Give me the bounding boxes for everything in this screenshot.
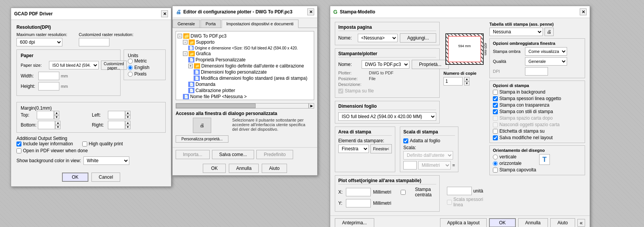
- tree-domanda[interactable]: 📄 Domanda: [188, 81, 312, 87]
- dlg1-ok-button[interactable]: OK: [62, 173, 88, 182]
- tree-supporto[interactable]: - 📁 Supporto: [183, 39, 312, 45]
- english-radio[interactable]: [128, 65, 133, 70]
- etichetta-stampa-label[interactable]: Etichetta di stampa su: [493, 128, 582, 134]
- bottom-input[interactable]: 0: [38, 121, 55, 129]
- include-layer-checkbox[interactable]: [16, 141, 21, 146]
- tree-origine[interactable]: 📄 Origine e dimensione <Size: ISO full b…: [188, 45, 312, 51]
- right-spin-down[interactable]: ▼: [125, 125, 130, 129]
- verticale-radio-label[interactable]: verticale: [493, 154, 536, 160]
- paper-size-select[interactable]: ISO full bleed A2 (594.00 x 420...: [49, 61, 99, 69]
- stampa-ombra-select[interactable]: Come visualizzata: [525, 47, 567, 56]
- plotter-tree[interactable]: - 📁 DWG To PDF.pc3 - 📁 Supporto 📄 Origin…: [176, 31, 314, 100]
- orizzontale-radio-label[interactable]: orizzontale: [493, 161, 536, 166]
- tree-dim-foglio[interactable]: + 📁 Dimensioni foglio definite dall'uten…: [188, 63, 312, 69]
- top-spin-up[interactable]: ▲: [54, 111, 59, 115]
- dlg3-ok-button[interactable]: OK: [489, 218, 515, 227]
- t-orientation-icon[interactable]: T: [539, 154, 550, 165]
- verticale-radio[interactable]: [493, 155, 498, 160]
- millimetri-select[interactable]: Millimetri: [418, 161, 451, 169]
- metric-radio[interactable]: [128, 59, 133, 64]
- tree-expand-supporto[interactable]: -: [183, 40, 187, 44]
- y-input[interactable]: -13.65: [346, 199, 371, 207]
- stampa-su-file-checkbox[interactable]: [338, 89, 343, 94]
- stampa-spazio-carta-label[interactable]: Stampa spazio carta dopo: [493, 115, 582, 121]
- custom-raster-input[interactable]: 600: [79, 38, 109, 46]
- importa-button[interactable]: Importa...: [176, 150, 210, 159]
- scala-num-input[interactable]: 1: [403, 161, 417, 169]
- dlg2-ok-button[interactable]: OK: [203, 164, 226, 173]
- stampa-stili-checkbox[interactable]: [493, 109, 498, 114]
- aggiungi-button[interactable]: Aggiungi...: [400, 33, 436, 43]
- etichetta-checkbox[interactable]: [493, 129, 498, 134]
- height-input[interactable]: 420: [38, 82, 59, 90]
- stampa-stili-label[interactable]: Stampa con stili di stampa: [493, 109, 582, 114]
- predefinito-button[interactable]: Predefinito: [256, 150, 293, 159]
- width-input[interactable]: 594: [38, 72, 59, 80]
- tree-calibrazione[interactable]: 📄 Calibrazione plotter: [188, 87, 312, 94]
- capovolta-radio-label[interactable]: Stampa capovolta: [493, 167, 536, 173]
- copie-spin-up[interactable]: ▲: [464, 77, 470, 81]
- tab-porta[interactable]: Porta: [201, 20, 220, 28]
- tree-expand-dim[interactable]: +: [188, 64, 193, 68]
- salva-modifiche-label[interactable]: Salva modifiche nel layout: [493, 135, 582, 140]
- dlg2-aiuto-button[interactable]: Aiuto: [262, 164, 287, 173]
- dlg3-annulla-button[interactable]: Annulla: [518, 218, 548, 227]
- tree-grafica[interactable]: - 📁 Grafica: [183, 51, 312, 57]
- tree-nome-pmp[interactable]: 📄 Nome file PMP <Nessuna >: [183, 94, 312, 100]
- top-input[interactable]: 0: [37, 111, 54, 119]
- stampa-trasparenza-label[interactable]: Stampa con trasparenza: [493, 102, 582, 108]
- tree-prop-pers[interactable]: 📄 Proprietà Personalizzate: [188, 57, 312, 63]
- tree-expand-grafica[interactable]: -: [183, 51, 187, 56]
- tab-generale[interactable]: Generale: [173, 20, 200, 28]
- customized-paper-button[interactable]: Customized paper...: [101, 61, 127, 70]
- dlg3-aiuto-button[interactable]: Aiuto: [550, 218, 575, 227]
- dlg3-close-button[interactable]: ✕: [580, 8, 587, 15]
- personalizza-button[interactable]: Personalizza proprietà...: [176, 135, 228, 143]
- applica-layout-button[interactable]: Applica a layout: [440, 218, 487, 227]
- metric-radio-label[interactable]: Metric: [128, 58, 161, 64]
- right-spin-up[interactable]: ▲: [125, 121, 130, 125]
- elementi-select[interactable]: Finestra: [338, 145, 369, 153]
- left-spin-up[interactable]: ▲: [125, 111, 130, 115]
- bg-color-select[interactable]: White: [83, 156, 129, 165]
- stampa-trasparenza-checkbox[interactable]: [493, 103, 498, 108]
- dlg1-close-button[interactable]: ✕: [161, 10, 168, 17]
- right-input[interactable]: 0: [108, 121, 125, 129]
- num-copie-input[interactable]: [443, 77, 463, 86]
- top-spin-down[interactable]: ▼: [54, 115, 59, 119]
- stampa-background-checkbox[interactable]: [493, 90, 498, 95]
- scala-definito-select[interactable]: Definito dall'utente: [403, 151, 453, 160]
- dlg1-cancel-button[interactable]: Cancel: [91, 173, 120, 182]
- anteprima-button[interactable]: Anteprima...: [335, 218, 374, 227]
- capovolta-checkbox[interactable]: [493, 168, 498, 173]
- left-spin-down[interactable]: ▼: [125, 115, 130, 119]
- stampa-spazio-checkbox[interactable]: [493, 116, 498, 121]
- scroll-right-btn[interactable]: ▶: [309, 103, 314, 109]
- bottom-spin-up[interactable]: ▲: [55, 121, 60, 125]
- dlg2-annulla-button[interactable]: Annulla: [229, 164, 259, 173]
- dpi-input[interactable]: 300: [525, 67, 548, 76]
- orizzontale-radio[interactable]: [493, 161, 498, 166]
- stampa-spessori-checkbox[interactable]: [493, 96, 498, 101]
- stampa-spessori-label[interactable]: Stampa spessori linea oggetto: [493, 96, 582, 101]
- stampante-nome-select[interactable]: DWG To PDF.pc3: [362, 60, 409, 69]
- bottom-spin-down[interactable]: ▼: [55, 125, 60, 129]
- pixels-radio[interactable]: [128, 72, 133, 77]
- tree-dim-pers[interactable]: 📄 Dimensioni foglio personalizzate: [194, 69, 312, 75]
- nome-select[interactable]: <Nessuna>: [358, 34, 398, 42]
- left-input[interactable]: 0: [108, 111, 125, 119]
- finestra-button[interactable]: Finestra<: [370, 144, 392, 153]
- tab-impostazioni[interactable]: Impostazioni dispositivi e documenti: [222, 20, 298, 28]
- stampa-centrata-checkbox[interactable]: [393, 190, 412, 195]
- tree-expand-root[interactable]: -: [178, 34, 182, 38]
- high-quality-checkbox[interactable]: [82, 141, 87, 146]
- max-raster-select[interactable]: 100 dpi150 dpi200 dpi300 dpi400 dpi600 d…: [16, 38, 62, 46]
- open-pdf-checkbox[interactable]: [16, 148, 21, 153]
- expand-button[interactable]: «: [577, 219, 585, 227]
- salva-checkbox[interactable]: [493, 135, 498, 140]
- dim-foglio-select[interactable]: ISO full bleed A2 (594.00 x 420.00 MM): [338, 112, 436, 121]
- stampa-background-label[interactable]: Stampa in background: [493, 89, 582, 95]
- tree-modifica-dim[interactable]: 📄 Modifica dimensioni foglio standard (a…: [194, 75, 312, 81]
- stile-select[interactable]: Nessuna: [489, 28, 543, 36]
- adatta-foglio-checkbox[interactable]: [403, 138, 408, 143]
